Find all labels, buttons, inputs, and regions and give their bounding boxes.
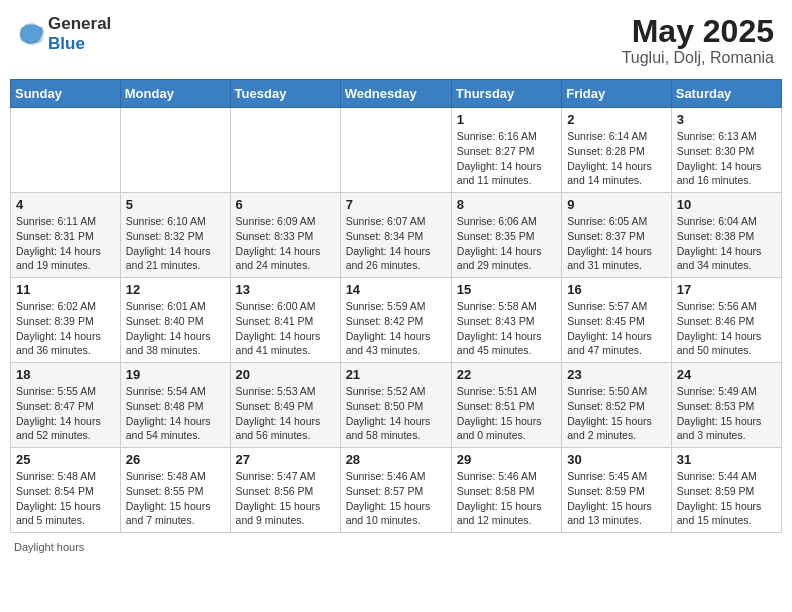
day-info: Sunrise: 5:57 AM Sunset: 8:45 PM Dayligh… [567, 299, 666, 358]
day-number: 21 [346, 367, 446, 382]
calendar-cell: 9Sunrise: 6:05 AM Sunset: 8:37 PM Daylig… [562, 193, 672, 278]
day-number: 11 [16, 282, 115, 297]
day-info: Sunrise: 6:05 AM Sunset: 8:37 PM Dayligh… [567, 214, 666, 273]
calendar-cell: 30Sunrise: 5:45 AM Sunset: 8:59 PM Dayli… [562, 448, 672, 533]
day-number: 16 [567, 282, 666, 297]
day-number: 18 [16, 367, 115, 382]
calendar-cell: 1Sunrise: 6:16 AM Sunset: 8:27 PM Daylig… [451, 108, 561, 193]
day-info: Sunrise: 5:56 AM Sunset: 8:46 PM Dayligh… [677, 299, 776, 358]
calendar-cell: 14Sunrise: 5:59 AM Sunset: 8:42 PM Dayli… [340, 278, 451, 363]
calendar-cell: 23Sunrise: 5:50 AM Sunset: 8:52 PM Dayli… [562, 363, 672, 448]
calendar-cell: 2Sunrise: 6:14 AM Sunset: 8:28 PM Daylig… [562, 108, 672, 193]
calendar-cell [120, 108, 230, 193]
day-number: 25 [16, 452, 115, 467]
day-info: Sunrise: 5:44 AM Sunset: 8:59 PM Dayligh… [677, 469, 776, 528]
calendar-week-row: 1Sunrise: 6:16 AM Sunset: 8:27 PM Daylig… [11, 108, 782, 193]
day-info: Sunrise: 5:50 AM Sunset: 8:52 PM Dayligh… [567, 384, 666, 443]
calendar-cell: 16Sunrise: 5:57 AM Sunset: 8:45 PM Dayli… [562, 278, 672, 363]
calendar-cell: 26Sunrise: 5:48 AM Sunset: 8:55 PM Dayli… [120, 448, 230, 533]
day-number: 8 [457, 197, 556, 212]
day-number: 10 [677, 197, 776, 212]
day-of-week-header: Sunday [11, 80, 121, 108]
calendar-cell [340, 108, 451, 193]
calendar-header-row: SundayMondayTuesdayWednesdayThursdayFrid… [11, 80, 782, 108]
calendar-cell: 7Sunrise: 6:07 AM Sunset: 8:34 PM Daylig… [340, 193, 451, 278]
calendar-title: May 2025 [622, 14, 774, 49]
day-number: 4 [16, 197, 115, 212]
day-number: 17 [677, 282, 776, 297]
day-number: 29 [457, 452, 556, 467]
calendar-table: SundayMondayTuesdayWednesdayThursdayFrid… [10, 79, 782, 533]
calendar-cell: 3Sunrise: 6:13 AM Sunset: 8:30 PM Daylig… [671, 108, 781, 193]
day-info: Sunrise: 6:02 AM Sunset: 8:39 PM Dayligh… [16, 299, 115, 358]
day-number: 9 [567, 197, 666, 212]
calendar-cell: 31Sunrise: 5:44 AM Sunset: 8:59 PM Dayli… [671, 448, 781, 533]
calendar-cell: 24Sunrise: 5:49 AM Sunset: 8:53 PM Dayli… [671, 363, 781, 448]
day-info: Sunrise: 5:49 AM Sunset: 8:53 PM Dayligh… [677, 384, 776, 443]
page-header: General Blue May 2025 Tuglui, Dolj, Roma… [10, 10, 782, 71]
calendar-cell [11, 108, 121, 193]
day-info: Sunrise: 5:53 AM Sunset: 8:49 PM Dayligh… [236, 384, 335, 443]
calendar-cell: 11Sunrise: 6:02 AM Sunset: 8:39 PM Dayli… [11, 278, 121, 363]
day-info: Sunrise: 6:14 AM Sunset: 8:28 PM Dayligh… [567, 129, 666, 188]
calendar-week-row: 18Sunrise: 5:55 AM Sunset: 8:47 PM Dayli… [11, 363, 782, 448]
day-number: 5 [126, 197, 225, 212]
calendar-cell: 5Sunrise: 6:10 AM Sunset: 8:32 PM Daylig… [120, 193, 230, 278]
calendar-cell: 27Sunrise: 5:47 AM Sunset: 8:56 PM Dayli… [230, 448, 340, 533]
calendar-subtitle: Tuglui, Dolj, Romania [622, 49, 774, 67]
day-info: Sunrise: 6:01 AM Sunset: 8:40 PM Dayligh… [126, 299, 225, 358]
day-of-week-header: Saturday [671, 80, 781, 108]
day-number: 22 [457, 367, 556, 382]
day-info: Sunrise: 5:55 AM Sunset: 8:47 PM Dayligh… [16, 384, 115, 443]
calendar-cell: 12Sunrise: 6:01 AM Sunset: 8:40 PM Dayli… [120, 278, 230, 363]
calendar-week-row: 25Sunrise: 5:48 AM Sunset: 8:54 PM Dayli… [11, 448, 782, 533]
day-number: 28 [346, 452, 446, 467]
day-info: Sunrise: 6:16 AM Sunset: 8:27 PM Dayligh… [457, 129, 556, 188]
day-info: Sunrise: 6:06 AM Sunset: 8:35 PM Dayligh… [457, 214, 556, 273]
day-info: Sunrise: 5:52 AM Sunset: 8:50 PM Dayligh… [346, 384, 446, 443]
day-of-week-header: Wednesday [340, 80, 451, 108]
day-info: Sunrise: 6:09 AM Sunset: 8:33 PM Dayligh… [236, 214, 335, 273]
calendar-cell: 6Sunrise: 6:09 AM Sunset: 8:33 PM Daylig… [230, 193, 340, 278]
calendar-week-row: 4Sunrise: 6:11 AM Sunset: 8:31 PM Daylig… [11, 193, 782, 278]
calendar-cell: 28Sunrise: 5:46 AM Sunset: 8:57 PM Dayli… [340, 448, 451, 533]
day-number: 3 [677, 112, 776, 127]
calendar-cell: 8Sunrise: 6:06 AM Sunset: 8:35 PM Daylig… [451, 193, 561, 278]
logo: General Blue [18, 14, 111, 53]
day-of-week-header: Friday [562, 80, 672, 108]
calendar-cell: 17Sunrise: 5:56 AM Sunset: 8:46 PM Dayli… [671, 278, 781, 363]
day-of-week-header: Monday [120, 80, 230, 108]
calendar-cell: 20Sunrise: 5:53 AM Sunset: 8:49 PM Dayli… [230, 363, 340, 448]
logo-icon [18, 20, 46, 48]
day-number: 26 [126, 452, 225, 467]
calendar-cell: 22Sunrise: 5:51 AM Sunset: 8:51 PM Dayli… [451, 363, 561, 448]
day-number: 30 [567, 452, 666, 467]
calendar-cell: 19Sunrise: 5:54 AM Sunset: 8:48 PM Dayli… [120, 363, 230, 448]
day-info: Sunrise: 6:11 AM Sunset: 8:31 PM Dayligh… [16, 214, 115, 273]
day-info: Sunrise: 5:48 AM Sunset: 8:54 PM Dayligh… [16, 469, 115, 528]
calendar-cell: 4Sunrise: 6:11 AM Sunset: 8:31 PM Daylig… [11, 193, 121, 278]
day-info: Sunrise: 5:46 AM Sunset: 8:57 PM Dayligh… [346, 469, 446, 528]
calendar-cell: 21Sunrise: 5:52 AM Sunset: 8:50 PM Dayli… [340, 363, 451, 448]
footer: Daylight hours [10, 541, 782, 553]
day-info: Sunrise: 6:13 AM Sunset: 8:30 PM Dayligh… [677, 129, 776, 188]
day-number: 19 [126, 367, 225, 382]
day-number: 20 [236, 367, 335, 382]
day-info: Sunrise: 5:48 AM Sunset: 8:55 PM Dayligh… [126, 469, 225, 528]
day-info: Sunrise: 6:04 AM Sunset: 8:38 PM Dayligh… [677, 214, 776, 273]
calendar-week-row: 11Sunrise: 6:02 AM Sunset: 8:39 PM Dayli… [11, 278, 782, 363]
day-number: 14 [346, 282, 446, 297]
daylight-label: Daylight hours [14, 541, 84, 553]
day-info: Sunrise: 5:58 AM Sunset: 8:43 PM Dayligh… [457, 299, 556, 358]
calendar-cell: 10Sunrise: 6:04 AM Sunset: 8:38 PM Dayli… [671, 193, 781, 278]
day-info: Sunrise: 5:46 AM Sunset: 8:58 PM Dayligh… [457, 469, 556, 528]
calendar-cell: 18Sunrise: 5:55 AM Sunset: 8:47 PM Dayli… [11, 363, 121, 448]
day-number: 31 [677, 452, 776, 467]
day-info: Sunrise: 6:10 AM Sunset: 8:32 PM Dayligh… [126, 214, 225, 273]
day-number: 15 [457, 282, 556, 297]
day-number: 24 [677, 367, 776, 382]
logo-text: General Blue [48, 14, 111, 53]
day-number: 1 [457, 112, 556, 127]
day-info: Sunrise: 5:51 AM Sunset: 8:51 PM Dayligh… [457, 384, 556, 443]
logo-general: General [48, 14, 111, 33]
